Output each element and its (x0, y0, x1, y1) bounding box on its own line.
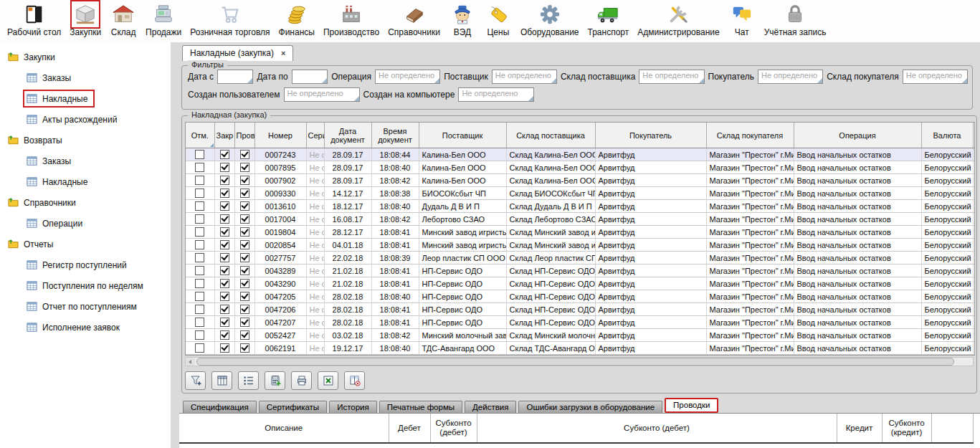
column-header[interactable]: Склад поставщика (506, 123, 595, 148)
invoice-row[interactable]: 0062191Не о19.12.1718:08:40ТДС-Авангард … (186, 342, 975, 355)
filter-created-on-computer-combo[interactable]: Не определено (458, 87, 534, 102)
sidebar-item-operations[interactable]: Операции (0, 213, 171, 234)
closed-checkbox[interactable] (214, 213, 234, 226)
sidebar-item-receipts-by-weeks[interactable]: Поступления по неделям (0, 275, 171, 296)
posted-checkbox[interactable] (234, 200, 254, 213)
mark-checkbox[interactable] (186, 187, 214, 200)
mark-checkbox[interactable] (186, 213, 214, 226)
closed-checkbox[interactable] (214, 239, 234, 252)
invoice-row[interactable]: 0019804Не о28.12.1718:08:41Минский завод… (186, 226, 975, 239)
mark-checkbox[interactable] (186, 277, 214, 290)
closed-checkbox[interactable] (214, 226, 234, 239)
mark-checkbox[interactable] (186, 226, 214, 239)
toolbar-item-transport[interactable]: Транспорт (584, 1, 634, 37)
invoice-row[interactable]: 0009330Не о14.12.1718:08:38БИОСОКсбыт ЧП… (186, 187, 975, 200)
closed-checkbox[interactable] (214, 342, 234, 355)
scroll-left-arrow-icon[interactable] (186, 358, 195, 366)
postings-column-header[interactable]: Субконто (дебет) (430, 414, 477, 443)
toolbar-item-retail[interactable]: Розничная торговля (186, 1, 274, 37)
posted-checkbox[interactable] (234, 239, 254, 252)
column-header[interactable]: Дата документ (324, 123, 371, 148)
mark-checkbox[interactable] (186, 342, 214, 355)
closed-checkbox[interactable] (214, 316, 234, 329)
filter-operation-combo[interactable]: Не определено (375, 70, 440, 84)
closed-checkbox[interactable] (214, 277, 234, 290)
mark-checkbox[interactable] (186, 174, 214, 187)
toolbar-item-production[interactable]: Производство (319, 1, 384, 37)
postings-column-header[interactable]: Субконто (кредит) (882, 414, 931, 443)
postings-column-header[interactable]: Субконто (дебет) (477, 414, 837, 443)
column-header[interactable]: Закр (214, 123, 234, 148)
column-header[interactable]: Отм. (186, 123, 214, 148)
sidebar-item-orders[interactable]: Заказы (0, 67, 171, 88)
sidebar-item-returns-orders[interactable]: Заказы (0, 151, 171, 171)
posted-checkbox[interactable] (234, 316, 254, 329)
posted-checkbox[interactable] (234, 342, 254, 355)
invoice-row[interactable]: 0043290Не о21.02.1818:08:41НП-Сервис ОДО… (186, 277, 975, 290)
posted-checkbox[interactable] (234, 252, 254, 264)
column-header[interactable]: Сери (306, 123, 324, 148)
toolbar-item-ved[interactable]: ВЭД (444, 1, 480, 37)
invoice-row[interactable]: 0027757Не о22.02.1818:08:39Леор пластик … (186, 252, 975, 264)
tab-actions[interactable]: Действия (465, 401, 516, 413)
mark-checkbox[interactable] (186, 303, 214, 316)
mark-checkbox[interactable] (186, 264, 214, 277)
column-header[interactable]: Операция (794, 123, 921, 148)
tab-certificates[interactable]: Сертификаты (259, 401, 327, 413)
numbering-button[interactable] (238, 371, 259, 390)
sidebar-item-invoices[interactable]: Накладные (0, 88, 171, 109)
filter-buyer-combo[interactable]: Не определено (758, 70, 823, 84)
tab-print-forms[interactable]: Печатные формы (379, 401, 462, 413)
invoice-row[interactable]: 0047206Не о28.02.1818:08:41НП-Сервис ОДО… (186, 303, 975, 316)
sidebar-item-receipts-report[interactable]: Отчет по поступлениям (0, 296, 171, 317)
postings-column-header[interactable] (931, 414, 973, 443)
tab-postings[interactable]: Проводки (665, 398, 718, 413)
sidebar-group-reports[interactable]: Отчеты (0, 234, 171, 254)
invoice-row[interactable]: 0047205Не о28.02.1818:08:40НП-Сервис ОДО… (186, 290, 975, 303)
mark-checkbox[interactable] (186, 290, 214, 303)
horizontal-scrollbar[interactable] (185, 357, 974, 366)
sidebar-group-purchases[interactable]: Закупки (0, 47, 171, 67)
closed-checkbox[interactable] (214, 174, 234, 187)
column-header[interactable]: Поставщик (419, 123, 506, 148)
mark-checkbox[interactable] (186, 329, 214, 342)
posted-checkbox[interactable] (234, 355, 254, 356)
posted-checkbox[interactable] (234, 161, 254, 174)
mark-checkbox[interactable] (186, 161, 214, 174)
posted-checkbox[interactable] (234, 187, 254, 200)
invoice-row[interactable]: 0020854Не о04.01.1818:08:41Минский завод… (186, 239, 975, 252)
invoice-row[interactable]: 0047207Не о28.02.1818:08:41НП-Сервис ОДО… (186, 316, 975, 329)
mark-checkbox[interactable] (186, 355, 214, 356)
posted-checkbox[interactable] (234, 174, 254, 187)
excel-export-button[interactable] (318, 371, 338, 390)
sidebar-item-returns-invoices[interactable]: Накладные (0, 171, 171, 192)
column-remove-button[interactable] (344, 371, 365, 390)
mark-checkbox[interactable] (186, 239, 214, 252)
mark-checkbox[interactable] (186, 252, 214, 264)
columns-button[interactable] (211, 371, 232, 390)
tab-equipment-load-errors[interactable]: Ошибки загрузки в оборудование (518, 401, 662, 413)
toolbar-item-account[interactable]: Учётная запись (760, 1, 831, 37)
invoice-row[interactable]: 0052427Не о03.02.1818:08:42Минский молоч… (186, 329, 975, 342)
toolbar-item-purchases[interactable]: Закупки (65, 1, 105, 37)
filter-buyer-warehouse-combo[interactable]: Не определено (903, 70, 968, 84)
posted-checkbox[interactable] (234, 277, 254, 290)
posted-checkbox[interactable] (234, 213, 254, 226)
toolbar-item-administration[interactable]: Администрирование (633, 1, 723, 37)
sidebar-group-references[interactable]: Справочники (0, 192, 171, 213)
toolbar-item-warehouse[interactable]: Склад (105, 1, 141, 37)
invoice-row[interactable]: 0007895Не о28.09.1718:08:40Калина-Бел ОО… (186, 161, 975, 174)
invoice-row[interactable]: 0043289Не о21.02.1818:08:41НП-Сервис ОДО… (186, 264, 975, 277)
posted-checkbox[interactable] (234, 148, 254, 161)
tab-history[interactable]: История (329, 401, 377, 413)
column-header[interactable]: Валюта (921, 123, 973, 148)
scrollbar-thumb[interactable] (196, 358, 954, 366)
calculator-button[interactable] (265, 371, 285, 390)
posted-checkbox[interactable] (234, 303, 254, 316)
sidebar-item-orders-fulfillment[interactable]: Исполнение заявок (0, 317, 171, 338)
filter-add-button[interactable] (185, 371, 206, 390)
column-header[interactable]: Покупатель (595, 123, 706, 148)
column-header[interactable]: Время документ (371, 123, 419, 148)
posted-checkbox[interactable] (234, 329, 254, 342)
closed-checkbox[interactable] (214, 264, 234, 277)
